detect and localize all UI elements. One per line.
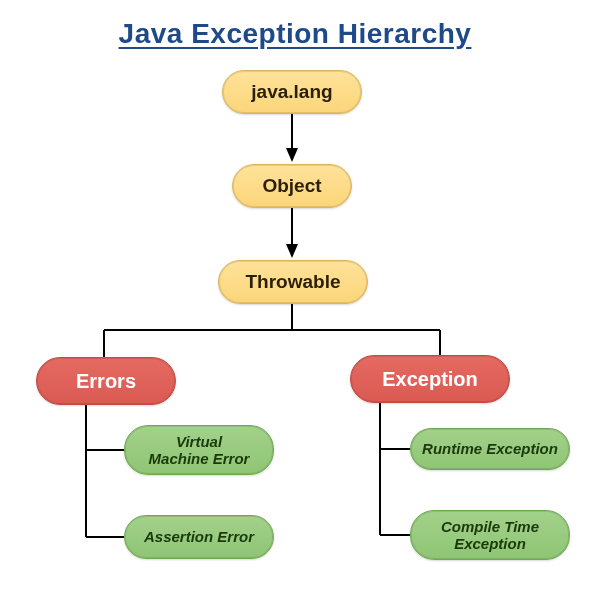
node-label: Errors [76,370,136,393]
node-label: Object [262,175,321,197]
node-label: Exception [382,368,478,391]
node-runtime-exception: Runtime Exception [410,428,570,470]
node-label: Runtime Exception [422,440,558,457]
node-compile-time-exception: Compile Time Exception [410,510,570,560]
node-label: java.lang [251,81,332,103]
node-errors: Errors [36,357,176,405]
node-java-lang: java.lang [222,70,362,114]
node-exception: Exception [350,355,510,403]
node-throwable: Throwable [218,260,368,304]
node-vm-error: Virtual Machine Error [124,425,274,475]
node-label: Virtual Machine Error [149,433,250,468]
node-label: Compile Time Exception [441,518,539,553]
node-label: Throwable [245,271,340,293]
node-assertion-error: Assertion Error [124,515,274,559]
diagram-title: Java Exception Hierarchy [0,0,590,50]
node-object: Object [232,164,352,208]
node-label: Assertion Error [144,528,254,545]
